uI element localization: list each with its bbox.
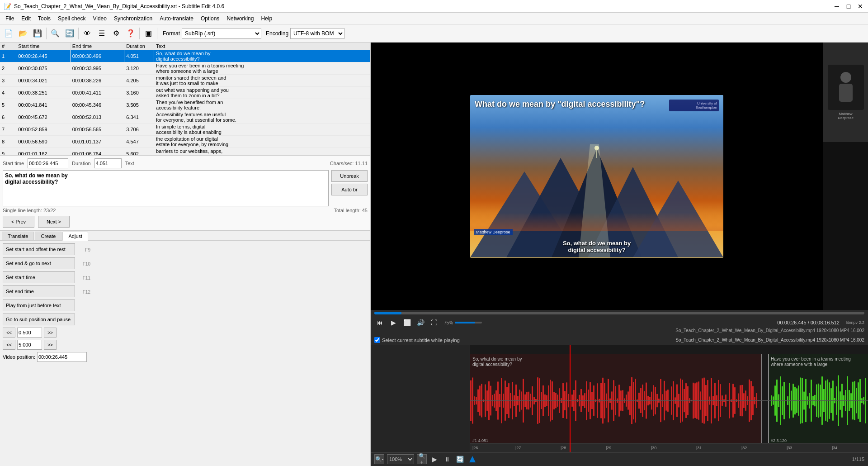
cell-text: Accessibility features are usefulfor eve…	[154, 111, 370, 124]
cell-start: 00:00:56.590	[16, 136, 70, 148]
help-button[interactable]: ❓	[124, 27, 137, 40]
set-start-time-button[interactable]: Set start time	[3, 271, 75, 283]
menu-edit[interactable]: Edit	[18, 14, 34, 23]
new-button[interactable]: 📄	[2, 27, 15, 40]
zoom-out-button[interactable]: 🔍-	[374, 454, 384, 464]
video-progress-bar[interactable]	[374, 312, 864, 314]
video-pos-label: Video position:	[3, 354, 35, 360]
menu-video[interactable]: Video	[89, 14, 110, 23]
single-line-length: Single line length: 23/22	[3, 208, 56, 213]
minimize-button[interactable]: ─	[833, 2, 841, 10]
table-row[interactable]: 8 00:00:56.590 00:01:01.137 4.547 the ex…	[0, 136, 370, 148]
wf-auto-scroll-button[interactable]: 🔄	[455, 454, 465, 464]
tab-create[interactable]: Create	[35, 232, 61, 240]
menu-autotranslate[interactable]: Auto-translate	[156, 14, 197, 23]
cell-start: 00:00:41.841	[16, 99, 70, 111]
duration-label: Duration	[72, 161, 91, 166]
wf-pause-button[interactable]: ⏸	[442, 454, 452, 464]
table-row[interactable]: 1 00:00:26.445 00:00:30.496 4.051 So, wh…	[0, 50, 370, 62]
ruler-26: |26	[472, 446, 478, 450]
spinner1[interactable]	[17, 328, 42, 338]
volume-slider[interactable]	[455, 322, 482, 323]
tabs-row: Translate Create Adjust	[0, 231, 370, 241]
edit-list-button[interactable]: ☰	[95, 27, 108, 40]
menu-help[interactable]: Help	[257, 14, 276, 23]
key-hint-f9: F9	[77, 247, 90, 252]
waveform-content[interactable]: So, what do we mean by digital accessibi…	[470, 345, 868, 452]
unbreak-button[interactable]: Unbreak	[331, 170, 368, 182]
save-button[interactable]: 💾	[31, 27, 44, 40]
view-button[interactable]: 👁	[80, 27, 94, 40]
mute-button[interactable]: 🔊	[415, 317, 426, 328]
prev-button[interactable]: < Prev	[3, 216, 34, 228]
set-start-offset-button[interactable]: Set start and offset the rest	[3, 243, 75, 255]
set-end-time-button[interactable]: Set end time	[3, 285, 75, 297]
table-row[interactable]: 3 00:00:34.021 00:00:38.226 4.205 monito…	[0, 75, 370, 87]
table-row[interactable]: 6 00:00:45.672 00:00:52.013 6.341 Access…	[0, 111, 370, 124]
menu-file[interactable]: File	[2, 14, 18, 23]
zoom-select[interactable]: 100% 150% 200% 50%	[387, 454, 414, 464]
speaker-name: Matthew Deeprose	[474, 229, 513, 235]
start-time-input[interactable]	[28, 158, 68, 168]
play-from-before-button[interactable]: Play from just before text	[3, 300, 75, 311]
skip-back-button[interactable]: ⏮	[374, 317, 385, 328]
right-arrow-btn1[interactable]: >>	[44, 328, 57, 338]
zoom-in-button[interactable]: 🔍+	[417, 454, 427, 464]
select-subtitle-checkbox-label[interactable]: Select current subtitle while playing	[374, 337, 460, 343]
go-to-sub-pause-button[interactable]: Go to sub position and pause	[3, 314, 75, 325]
menu-synchronization[interactable]: Synchronization	[110, 14, 156, 23]
left-arrow-btn2[interactable]: <<	[3, 340, 15, 350]
menu-options[interactable]: Options	[197, 14, 223, 23]
maximize-button[interactable]: □	[844, 2, 853, 10]
table-row[interactable]: 4 00:00:38.251 00:00:41.411 3.160 out wh…	[0, 87, 370, 99]
col-header-duration: Duration	[124, 43, 154, 50]
page-info: 1/115	[852, 456, 864, 462]
col-header-end: End time	[70, 43, 124, 50]
svg-rect-9	[839, 84, 853, 102]
subtitle-text-editor[interactable]: So, what do we mean by digital accessibi…	[3, 170, 329, 206]
right-arrow-btn2[interactable]: >>	[44, 340, 57, 350]
subtitle-table-container[interactable]: # Start time End time Duration Text 1 00…	[0, 43, 370, 156]
table-row[interactable]: 2 00:00:30.875 00:00:33.995 3.120 Have y…	[0, 62, 370, 75]
cell-start: 00:00:45.672	[16, 111, 70, 124]
set-end-go-next-button[interactable]: Set end & go to next	[3, 257, 75, 269]
find-replace-button[interactable]: 🔄	[63, 27, 76, 40]
left-arrow-btn1[interactable]: <<	[3, 328, 15, 338]
separator2	[78, 28, 79, 39]
cell-num: 8	[0, 136, 16, 148]
settings-button[interactable]: ⚙	[109, 27, 123, 40]
cell-num: 9	[0, 148, 16, 156]
fullscreen-button[interactable]: ⛶	[429, 317, 439, 328]
cell-num: 7	[0, 124, 16, 136]
layout-button[interactable]: ▣	[142, 27, 155, 40]
wf-play-button[interactable]: ▶	[429, 454, 439, 464]
encoding-select[interactable]: UTF-8 with BOM UTF-8 ANSI Unicode	[290, 28, 344, 39]
select-subtitle-checkbox[interactable]	[374, 337, 380, 343]
auto-br-button[interactable]: Auto br	[331, 184, 368, 195]
play-button[interactable]: ▶	[388, 317, 399, 328]
next-button[interactable]: Next >	[38, 216, 70, 228]
find-button[interactable]: 🔍	[48, 27, 62, 40]
table-row[interactable]: 5 00:00:41.841 00:00:45.346 3.505 Then y…	[0, 99, 370, 111]
tab-translate[interactable]: Translate	[2, 232, 34, 240]
spinner2[interactable]	[17, 340, 42, 350]
waveform-toolbar: Select current subtitle while playing So…	[371, 335, 868, 345]
open-button[interactable]: 📂	[16, 27, 30, 40]
video-title: What do we mean by "digital accessibilit…	[475, 100, 669, 109]
cell-duration: 4.051	[124, 50, 154, 62]
tab-adjust[interactable]: Adjust	[62, 232, 88, 241]
duration-input[interactable]	[94, 158, 122, 168]
menu-spellcheck[interactable]: Spell check	[54, 14, 89, 23]
menu-networking[interactable]: Networking	[223, 14, 257, 23]
format-select[interactable]: SubRip (.srt) Advanced SubStation Alpha …	[182, 28, 261, 39]
menu-tools[interactable]: Tools	[34, 14, 54, 23]
close-button[interactable]: ✕	[856, 2, 864, 10]
cell-num: 2	[0, 62, 16, 75]
table-row[interactable]: 9 00:01:01.162 00:01:06.764 5.602 barrie…	[0, 148, 370, 156]
chars-per-sec: Chars/sec: 11.11	[330, 161, 368, 166]
stop-button[interactable]: ⬜	[401, 317, 412, 328]
video-pos-input[interactable]	[37, 352, 87, 362]
key-hint-f10: F10	[77, 262, 90, 266]
table-row[interactable]: 7 00:00:52.859 00:00:56.565 3.706 In sim…	[0, 124, 370, 136]
cell-duration: 3.160	[124, 87, 154, 99]
